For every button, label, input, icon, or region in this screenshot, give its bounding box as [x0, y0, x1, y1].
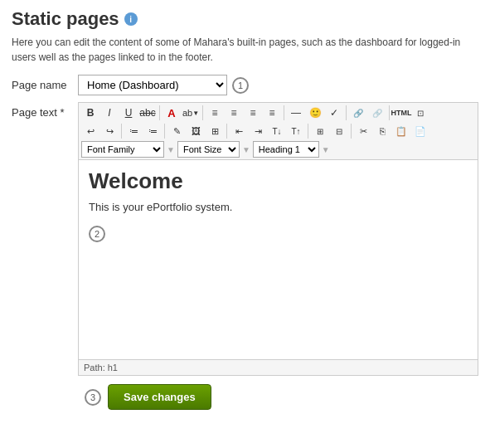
unordered-list-button[interactable]: ≔: [124, 123, 143, 139]
cut-button[interactable]: ✂: [354, 123, 372, 139]
font-family-select[interactable]: Font Family: [81, 141, 164, 158]
align-right-button[interactable]: ≡: [244, 105, 262, 121]
page-name-row: Page name Home (Dashboard) 1: [12, 75, 478, 95]
circle-2: 2: [89, 226, 105, 242]
page-name-container: Home (Dashboard) 1: [78, 75, 249, 95]
undo-button[interactable]: ↩: [81, 123, 99, 139]
highlight-button[interactable]: ab▼: [182, 105, 200, 121]
editor-content[interactable]: Welcome This is your ePortfolio system. …: [79, 160, 478, 359]
sup-button[interactable]: T↑: [287, 123, 305, 139]
edit-button[interactable]: ✎: [167, 123, 186, 139]
sep-3: [284, 105, 284, 120]
toolbar-row-2: ↩ ↪ ≔ ≔ ✎ 🖼 ⊞ ⇤ ⇥ T↓ T↑ ⊞ ⊟: [81, 123, 475, 139]
font-color-button[interactable]: A: [163, 105, 181, 121]
underline-button[interactable]: U: [119, 105, 138, 121]
indent-button[interactable]: ⇥: [249, 123, 267, 139]
page-name-label: Page name: [12, 75, 78, 91]
paste-text-button[interactable]: 📄: [411, 123, 429, 139]
html-button[interactable]: HTML: [392, 105, 410, 121]
strikethrough-button[interactable]: abc: [138, 105, 157, 121]
outdent-button[interactable]: ⇤: [230, 123, 248, 139]
align-justify-button[interactable]: ≡: [263, 105, 281, 121]
editor-paragraph: This is your ePortfolio system.: [89, 201, 468, 213]
info-icon[interactable]: i: [124, 12, 138, 26]
editor-heading: Welcome: [89, 168, 468, 194]
link-button[interactable]: 🔗: [349, 105, 367, 121]
page-text-label: Page text *: [12, 102, 78, 119]
sep-9: [308, 124, 308, 139]
align-left-button[interactable]: ≡: [206, 105, 224, 121]
insert-table-button[interactable]: ⊞: [311, 123, 329, 139]
fullscreen-button[interactable]: ⊡: [411, 105, 429, 121]
sep-2: [202, 105, 203, 120]
paste-button[interactable]: 📋: [392, 123, 410, 139]
sep-4: [346, 105, 347, 120]
sep-7: [164, 124, 165, 139]
sep-5: [389, 105, 390, 120]
path-bar: Path: h1: [79, 359, 478, 375]
italic-button[interactable]: I: [100, 105, 119, 121]
sep-6: [121, 124, 122, 139]
unlink-button[interactable]: 🔗: [368, 105, 386, 121]
page-name-select[interactable]: Home (Dashboard): [78, 75, 227, 95]
heading-select[interactable]: Heading 1: [253, 141, 319, 158]
page-description: Here you can edit the content of some of…: [12, 35, 478, 65]
hr-button[interactable]: —: [287, 105, 305, 121]
align-center-button[interactable]: ≡: [225, 105, 243, 121]
page-title: Static pages i: [12, 8, 478, 30]
sep-10: [351, 124, 352, 139]
special-char-button[interactable]: ✓: [325, 105, 343, 121]
sep-8: [226, 124, 227, 139]
toolbar: B I U abc A ab▼ ≡ ≡ ≡ ≡ — 🙂 ✓: [79, 103, 478, 160]
emoji-button[interactable]: 🙂: [306, 105, 324, 121]
table-row-button[interactable]: ⊟: [330, 123, 348, 139]
circle-3: 3: [85, 389, 101, 406]
ordered-list-button[interactable]: ≔: [143, 123, 162, 139]
copy-button[interactable]: ⎘: [373, 123, 391, 139]
circle-1: 1: [232, 77, 249, 94]
sub-button[interactable]: T↓: [268, 123, 286, 139]
save-row: 3 Save changes: [12, 384, 478, 410]
editor-container: B I U abc A ab▼ ≡ ≡ ≡ ≡ — 🙂 ✓: [78, 102, 478, 376]
bold-button[interactable]: B: [81, 105, 99, 121]
toolbar-row-3: Font Family ▼ Font Size ▼ Heading 1 ▼: [81, 141, 475, 158]
image-button[interactable]: 🖼: [187, 123, 205, 139]
sep-1: [159, 105, 160, 120]
page-text-row: Page text * B I U abc A ab▼ ≡ ≡ ≡ ≡: [12, 102, 478, 376]
font-size-select[interactable]: Font Size: [177, 141, 240, 158]
toolbar-row-1: B I U abc A ab▼ ≡ ≡ ≡ ≡ — 🙂 ✓: [81, 105, 475, 121]
save-button[interactable]: Save changes: [108, 384, 211, 410]
table-button[interactable]: ⊞: [206, 123, 224, 139]
redo-button[interactable]: ↪: [100, 123, 119, 139]
